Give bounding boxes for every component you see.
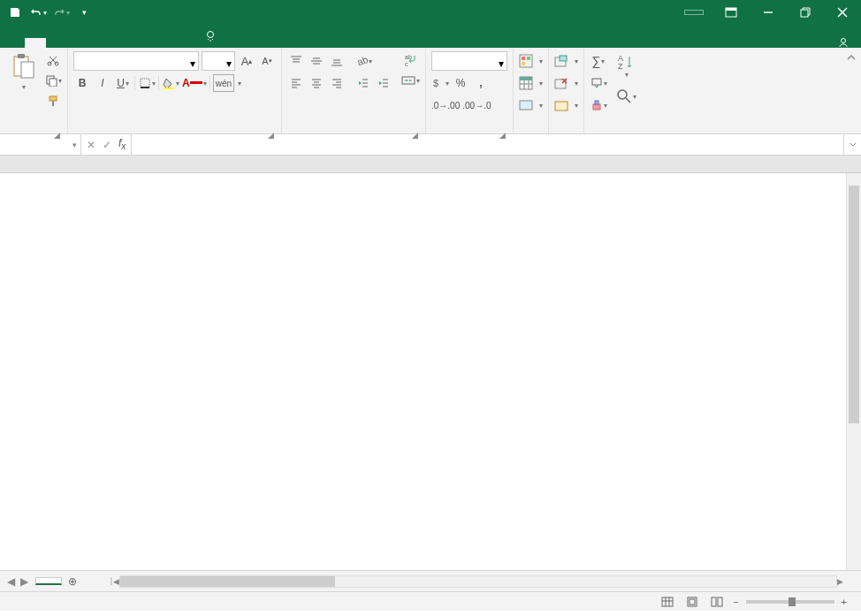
paste-button[interactable]: ▾ [5, 51, 41, 93]
svg-rect-54 [522, 62, 525, 65]
number-format-select[interactable]: ▾ [431, 51, 507, 71]
tab-layout[interactable] [67, 38, 88, 48]
zoom-out-icon[interactable]: − [733, 597, 738, 607]
delete-cells-button[interactable]: ▾ [554, 73, 578, 93]
group-editing: ∑▾ ▾ ▾ AZ▾ ▾ [584, 48, 643, 133]
formula-input[interactable] [132, 134, 843, 155]
login-button[interactable] [684, 10, 704, 15]
svg-text:$: $ [433, 78, 438, 88]
svg-rect-66 [593, 104, 600, 110]
horizontal-scrollbar[interactable]: ⁞ ◀ ▶ [83, 575, 861, 588]
share-button[interactable] [838, 37, 861, 48]
svg-rect-77 [690, 599, 695, 605]
svg-rect-72 [662, 597, 673, 606]
align-bottom-icon[interactable] [328, 52, 346, 70]
border-icon[interactable]: ▾ [138, 74, 156, 92]
clear-icon[interactable]: ▾ [590, 96, 607, 114]
close-icon[interactable] [824, 0, 861, 25]
align-center-icon[interactable] [308, 74, 325, 92]
vertical-scrollbar[interactable] [846, 173, 861, 570]
decrease-decimal-icon[interactable]: .00→.0 [462, 96, 491, 114]
collapse-ribbon-icon[interactable] [842, 48, 861, 133]
wrap-text-icon[interactable]: abc [401, 51, 420, 69]
svg-rect-18 [190, 81, 202, 84]
font-size-select[interactable]: ▾ [202, 51, 235, 71]
align-middle-icon[interactable] [308, 52, 325, 70]
increase-indent-icon[interactable] [375, 74, 392, 92]
comma-icon[interactable]: , [472, 74, 490, 92]
insert-cells-button[interactable]: ▾ [554, 51, 578, 71]
sort-filter-icon[interactable]: AZ▾ [614, 51, 637, 80]
fill-color-icon[interactable]: ▾ [162, 74, 179, 92]
page-break-view-icon[interactable] [708, 595, 726, 609]
find-icon[interactable]: ▾ [614, 82, 637, 110]
new-sheet-icon[interactable]: ⊕ [62, 575, 83, 588]
enter-formula-icon[interactable]: ✓ [103, 139, 111, 151]
launcher-icon[interactable]: ◢ [499, 131, 506, 140]
qat-customize-icon[interactable]: ▾ [74, 3, 94, 22]
sheet-tab[interactable] [35, 577, 62, 585]
fx-icon[interactable]: fx [118, 137, 126, 151]
tab-help[interactable] [173, 38, 194, 48]
align-right-icon[interactable] [328, 74, 346, 92]
ribbon: ▾ ▾ ◢ ▾ ▾ A▴ A▾ B I U▾ [0, 48, 861, 134]
sheet-nav-prev-icon[interactable]: ◀ [7, 575, 15, 588]
table-format-button[interactable]: ▾ [519, 73, 543, 93]
font-name-select[interactable]: ▾ [73, 51, 199, 71]
zoom-slider[interactable] [746, 600, 834, 604]
format-cells-button[interactable]: ▾ [554, 95, 578, 115]
cell-styles-button[interactable]: ▾ [519, 95, 543, 115]
name-box[interactable]: ▾ [0, 134, 81, 155]
launcher-icon[interactable]: ◢ [268, 131, 274, 140]
editing-label [590, 129, 637, 132]
titlebar: ▾ ▾ ▾ [0, 0, 861, 25]
undo-icon[interactable]: ▾ [28, 3, 48, 22]
align-left-icon[interactable] [287, 74, 305, 92]
page-layout-view-icon[interactable] [683, 595, 701, 609]
ribbon-options-icon[interactable] [712, 0, 750, 25]
sheet-nav-next-icon[interactable]: ▶ [20, 575, 28, 588]
svg-rect-15 [141, 79, 149, 87]
tab-home[interactable] [25, 38, 46, 48]
launcher-icon[interactable]: ◢ [412, 131, 418, 140]
tab-review[interactable] [131, 38, 152, 48]
save-icon[interactable] [5, 3, 25, 22]
svg-rect-7 [18, 54, 25, 58]
autosum-icon[interactable]: ∑▾ [590, 52, 607, 70]
minimize-icon[interactable] [750, 0, 787, 25]
conditional-format-button[interactable]: ▾ [519, 51, 543, 71]
tab-data[interactable] [110, 38, 131, 48]
format-painter-icon[interactable] [44, 92, 62, 110]
bold-icon[interactable]: B [73, 74, 91, 92]
svg-rect-67 [595, 101, 598, 104]
tab-insert[interactable] [46, 38, 67, 48]
tab-formula[interactable] [88, 38, 110, 48]
fill-icon[interactable]: ▾ [590, 74, 607, 92]
copy-icon[interactable]: ▾ [44, 72, 62, 89]
increase-decimal-icon[interactable]: .0→.00 [431, 96, 460, 114]
merge-icon[interactable]: ▾ [401, 72, 420, 89]
restore-icon[interactable] [787, 0, 824, 25]
normal-view-icon[interactable] [659, 595, 676, 609]
italic-icon[interactable]: I [94, 74, 111, 92]
align-top-icon[interactable] [287, 52, 305, 70]
tab-view[interactable] [152, 38, 173, 48]
decrease-font-icon[interactable]: A▾ [258, 52, 276, 70]
expand-formula-icon[interactable] [843, 134, 861, 155]
tab-file[interactable] [4, 38, 25, 48]
percent-icon[interactable]: % [452, 74, 469, 92]
underline-icon[interactable]: U▾ [114, 74, 132, 92]
cancel-formula-icon[interactable]: ✕ [87, 139, 95, 151]
phonetic-icon[interactable]: wén [213, 74, 234, 92]
increase-font-icon[interactable]: A▴ [238, 52, 255, 70]
decrease-indent-icon[interactable] [354, 74, 372, 92]
font-color-icon[interactable]: A▾ [182, 74, 207, 92]
svg-rect-13 [50, 96, 57, 101]
accounting-icon[interactable]: $▾ [431, 74, 449, 92]
zoom-in-icon[interactable]: + [842, 597, 847, 607]
cut-icon[interactable] [44, 51, 62, 69]
svg-point-5 [842, 39, 846, 43]
tell-me[interactable] [194, 26, 232, 48]
orientation-icon[interactable]: ab▾ [354, 52, 372, 70]
redo-icon[interactable]: ▾ [51, 3, 71, 22]
